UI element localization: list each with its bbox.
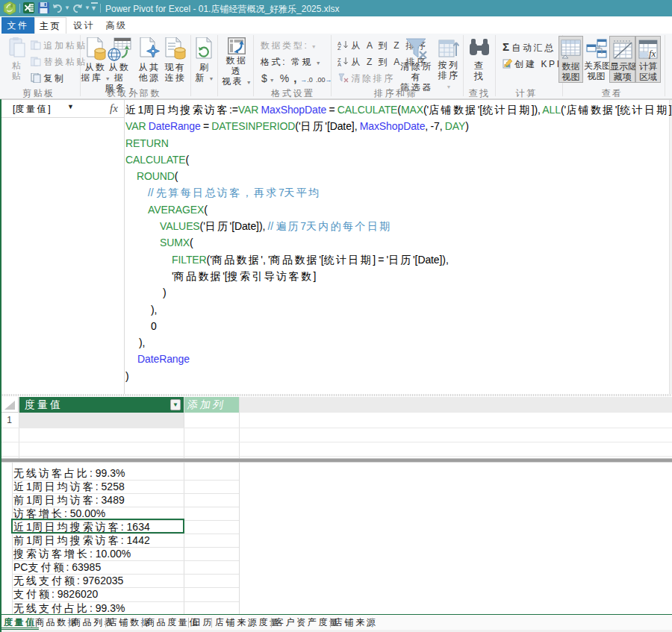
svg-text:A: A — [337, 61, 341, 66]
svg-text:fx: fx — [649, 48, 656, 59]
svg-text:Z: Z — [337, 45, 341, 50]
